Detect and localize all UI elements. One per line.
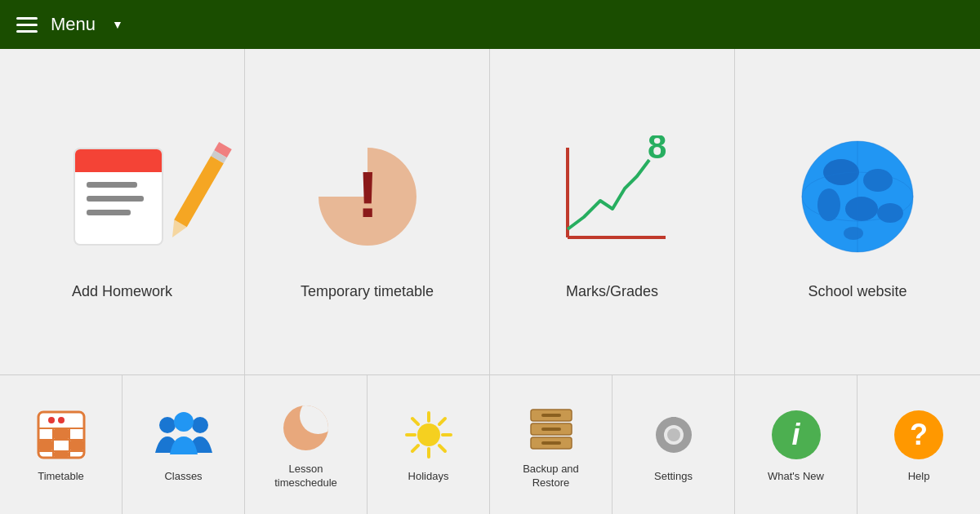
bottom-item-settings[interactable]: Settings: [612, 375, 735, 514]
timetable-bottom-icon-area: [33, 406, 90, 463]
backup-restore-label: Backup andRestore: [523, 463, 579, 490]
svg-point-47: [667, 428, 680, 441]
sun-svg: [403, 410, 454, 460]
gear-svg: [649, 410, 698, 459]
main-card-marks-grades[interactable]: 8 Marks/Grades: [490, 49, 735, 374]
pie-chart-svg: !: [314, 144, 421, 250]
marks-grades-label: Marks/Grades: [566, 283, 658, 300]
holidays-icon-area: [400, 406, 457, 463]
svg-point-10: [844, 227, 863, 240]
svg-text:8: 8: [648, 135, 666, 166]
whats-new-icon: i: [772, 410, 821, 459]
calendar-header: [75, 149, 162, 172]
bottom-item-classes[interactable]: Classes: [122, 375, 245, 514]
svg-text:!: !: [357, 158, 379, 231]
svg-line-35: [439, 419, 445, 424]
marks-grades-svg: 8: [551, 135, 674, 258]
bottom-item-lesson-timeschedule[interactable]: Lessontimeschedule: [245, 375, 368, 514]
main-card-school-website[interactable]: School website: [735, 49, 980, 374]
homework-icon-area: [57, 123, 188, 270]
svg-line-34: [439, 445, 445, 451]
pencil-body: [174, 156, 224, 227]
calendar-line-3: [87, 210, 131, 215]
svg-line-36: [412, 445, 418, 451]
holidays-bottom-label: Holidays: [408, 470, 449, 484]
svg-line-33: [412, 419, 418, 424]
svg-rect-43: [541, 441, 561, 445]
lesson-timeschedule-icon-area: [278, 399, 335, 456]
svg-point-28: [174, 412, 194, 432]
bottom-bar: Timetable Classes: [0, 375, 980, 514]
calendar-icon: [74, 148, 163, 246]
lesson-timeschedule-label: Lessontimeschedule: [274, 463, 337, 490]
dropdown-arrow-icon[interactable]: ▼: [112, 18, 123, 31]
bottom-item-help[interactable]: ? Help: [858, 375, 980, 514]
settings-icon-area: [645, 406, 702, 463]
backup-icon-area: [523, 399, 580, 456]
timetable-icon-area: !: [302, 123, 433, 270]
svg-rect-24: [70, 441, 83, 450]
temporary-timetable-label: Temporary timetable: [301, 283, 434, 300]
bottom-item-backup-restore[interactable]: Backup andRestore: [490, 375, 612, 514]
app-title: Menu: [51, 14, 96, 35]
help-bottom-label: Help: [908, 470, 930, 484]
hamburger-menu-button[interactable]: [16, 17, 38, 33]
bottom-item-whats-new[interactable]: i What's New: [735, 375, 858, 514]
globe-icon-area: [792, 123, 923, 270]
svg-rect-23: [39, 441, 52, 450]
timetable-icon: !: [310, 131, 425, 262]
moon-icon: [283, 405, 328, 450]
svg-rect-41: [541, 428, 561, 431]
globe-svg: [796, 135, 919, 258]
school-website-label: School website: [808, 283, 906, 300]
classes-bottom-label: Classes: [164, 470, 202, 484]
svg-rect-25: [54, 452, 69, 457]
marks-icon-area: 8: [547, 123, 678, 270]
moon-cutout: [300, 405, 328, 434]
svg-point-16: [58, 417, 65, 423]
homework-icon: [65, 131, 180, 262]
whats-new-bottom-label: What's New: [768, 470, 824, 484]
backup-svg: [527, 403, 576, 452]
timetable-grid-svg: [37, 410, 86, 459]
calendar-lines: [75, 172, 162, 225]
main-grid: Add Homework ! Temporary timetable: [0, 49, 980, 375]
svg-rect-22: [54, 429, 69, 439]
bottom-item-timetable[interactable]: Timetable: [0, 375, 122, 514]
classes-svg: [155, 412, 212, 457]
svg-rect-39: [541, 414, 561, 417]
classes-icon-area: [155, 406, 212, 463]
calendar-line-1: [87, 182, 137, 188]
timetable-bottom-label: Timetable: [38, 470, 84, 484]
bottom-item-holidays[interactable]: Holidays: [368, 375, 490, 514]
top-bar: Menu ▼: [0, 0, 980, 49]
svg-point-26: [159, 417, 176, 433]
svg-point-27: [192, 417, 208, 433]
main-card-temporary-timetable[interactable]: ! Temporary timetable: [245, 49, 490, 374]
moon-shape: [283, 405, 328, 450]
settings-bottom-label: Settings: [654, 470, 693, 484]
svg-point-8: [817, 188, 840, 221]
calendar-line-2: [87, 196, 144, 202]
main-card-add-homework[interactable]: Add Homework: [0, 49, 245, 374]
svg-point-15: [48, 417, 55, 423]
whats-new-icon-area: i: [768, 406, 825, 463]
help-icon-area: ?: [890, 406, 947, 463]
svg-point-37: [417, 423, 440, 446]
help-icon: ?: [894, 410, 943, 459]
svg-point-7: [845, 197, 878, 221]
add-homework-label: Add Homework: [72, 283, 172, 300]
